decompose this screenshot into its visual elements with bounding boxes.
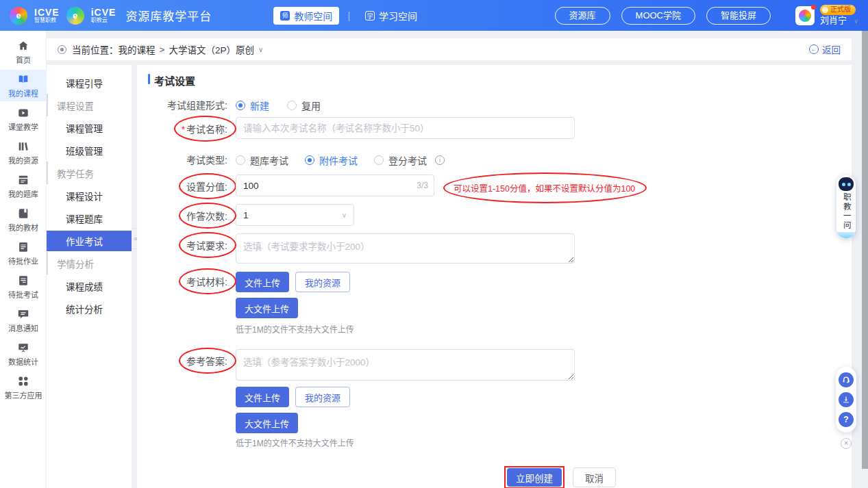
attempts-select[interactable]: 1 ∨ xyxy=(236,204,354,226)
sidebar-item-my-textbooks[interactable]: 我的教材 xyxy=(0,204,47,235)
radio-attachment-exam[interactable]: 附件考试 xyxy=(305,153,358,167)
menu-item-course-design[interactable]: 课程设计 xyxy=(47,184,132,207)
nav-divider: | xyxy=(347,10,350,21)
menu-item-course-guide[interactable]: 课程引导 xyxy=(47,71,132,94)
brand-area: e ICVE 智慧职教 e iCVE 职教云 资源库教学平台 xyxy=(10,7,212,25)
breadcrumb-current-course[interactable]: 大学语文（2P）原创 xyxy=(169,42,254,56)
sidebar-item-homework-to-grade[interactable]: 待批作业 xyxy=(0,237,47,269)
header-quick-links: 资源库 MOOC学院 智能投屏 xyxy=(555,7,771,25)
row-answer-uploads: 文件上传 我的资源 xyxy=(148,387,350,407)
menu-item-class-management[interactable]: 班级管理 xyxy=(47,139,132,162)
customer-service-icon[interactable] xyxy=(839,372,854,387)
radio-grade-entry-exam[interactable]: 登分考试 xyxy=(374,153,427,167)
row-materials-note: 低于1M的文件不支持大文件上传 xyxy=(148,323,354,335)
nav-study-space[interactable]: 学 学习空间 xyxy=(358,7,424,25)
icve-zhijiaoyun-logo-icon: e xyxy=(66,7,84,25)
exam-settings-panel: 考试设置 考试组建形式: 新建 复用 *考试名称: 考试类型: 题库考试 附件考… xyxy=(137,65,852,488)
materials-big-file-upload-button[interactable]: 大文件上传 xyxy=(236,298,298,318)
mooc-academy-button[interactable]: MOOC学院 xyxy=(621,7,695,25)
create-now-button[interactable]: 立即创建 xyxy=(507,468,562,487)
sidebar-item-my-question-bank[interactable]: 我的题库 xyxy=(0,170,47,202)
download-icon[interactable] xyxy=(839,392,854,407)
row-score: 设置分值: 3/3 可以设置1-150分值，如果不设置默认分值为100 xyxy=(148,175,635,196)
menu-item-course-question-bank[interactable]: 课程题库 xyxy=(47,207,132,229)
assistant-widget[interactable]: 职教一问 xyxy=(836,175,856,238)
sidebar-item-my-resources[interactable]: 我的资源 xyxy=(0,137,47,168)
course-chevron-down-icon[interactable]: ∨ xyxy=(258,46,263,53)
smart-casting-button[interactable]: 智能投屏 xyxy=(706,7,771,25)
nav-teacher-space[interactable]: 师 教师空间 xyxy=(273,7,339,25)
score-input[interactable] xyxy=(236,175,434,196)
back-arrow-icon: ← xyxy=(809,44,819,54)
page-scrollbar[interactable] xyxy=(862,31,868,488)
breadcrumb: 当前位置： 我的课程 > 大学语文（2P）原创 ∨ ← 返回 xyxy=(47,38,852,60)
books-icon xyxy=(17,140,29,153)
robot-icon xyxy=(839,177,854,191)
row-exam-type: 考试类型: 题库考试 附件考试 登分考试 i xyxy=(148,153,445,167)
requirements-textarea[interactable] xyxy=(236,233,575,264)
menu-item-course-grades[interactable]: 课程成绩 xyxy=(47,274,132,297)
radio-question-bank-exam[interactable]: 题库考试 xyxy=(236,153,288,167)
help-icon[interactable]: ? xyxy=(839,412,854,427)
answer-note: 低于1M的文件不支持大文件上传 xyxy=(236,437,354,448)
header-nav: 师 教师空间 | 学 学习空间 xyxy=(273,7,424,25)
notification-dot-icon xyxy=(811,5,816,10)
build-type-label: 考试组建形式: xyxy=(148,98,227,112)
sidebar-item-exams-to-grade[interactable]: 待批考试 xyxy=(0,271,47,303)
answer-big-file-upload-button[interactable]: 大文件上传 xyxy=(236,413,298,433)
sidebar-item-message-notifications[interactable]: 消息通知 xyxy=(0,305,47,336)
menu-item-course-management[interactable]: 课程管理 xyxy=(47,116,132,139)
row-materials-big-upload: 大文件上传 xyxy=(148,298,298,318)
sidebar-item-my-courses[interactable]: 我的课程 xyxy=(0,70,47,101)
study-space-icon: 学 xyxy=(365,11,375,21)
answer-file-upload-button[interactable]: 文件上传 xyxy=(236,387,289,407)
back-button[interactable]: ← 返回 xyxy=(809,42,841,56)
icve-zhihui-logo-text: ICVE 智慧职教 xyxy=(34,8,60,23)
exam-type-label: 考试类型: xyxy=(148,153,227,166)
question-bank-icon xyxy=(17,174,29,186)
chat-bubble-icon xyxy=(17,308,29,320)
sidebar-item-third-party-apps[interactable]: 第三方应用 xyxy=(0,372,47,403)
textbook-icon xyxy=(17,207,29,220)
form-footer: 立即创建 取消 xyxy=(504,466,616,488)
app-grid-icon xyxy=(17,375,29,387)
menu-section-course-settings: 课程设置 xyxy=(47,94,132,116)
materials-file-upload-button[interactable]: 文件上传 xyxy=(236,272,289,292)
char-counter: 3/3 xyxy=(417,181,428,190)
answer-textarea[interactable] xyxy=(236,349,575,381)
breadcrumb-separator: > xyxy=(160,44,165,55)
scrollbar-thumb[interactable] xyxy=(862,31,868,469)
required-mark: * xyxy=(182,124,185,135)
exam-doc-icon xyxy=(17,274,29,287)
radio-unselected-icon xyxy=(287,101,297,110)
resource-library-button[interactable]: 资源库 xyxy=(555,7,610,25)
top-header: e ICVE 智慧职教 e iCVE 职教云 资源库教学平台 师 教师空间 | … xyxy=(0,0,868,31)
sidebar-item-classroom-teaching[interactable]: 课堂教学 xyxy=(0,103,47,135)
menu-section-teaching-tasks: 教学任务 xyxy=(47,162,132,184)
select-chevron-down-icon: ∨ xyxy=(342,211,347,219)
row-attempts: 作答次数: 1 ∨ xyxy=(148,204,354,226)
user-name[interactable]: 刘肖宁 ∨ xyxy=(820,15,858,26)
answer-my-resources-button[interactable]: 我的资源 xyxy=(295,387,350,407)
cancel-button[interactable]: 取消 xyxy=(573,467,616,487)
avatar[interactable] xyxy=(795,6,815,25)
menu-item-statistical-analysis[interactable]: 统计分析 xyxy=(47,297,132,320)
menu-section-learning-analysis: 学情分析 xyxy=(47,252,132,274)
radio-reuse[interactable]: 复用 xyxy=(287,99,321,112)
main-sidebar: 首页 我的课程 课堂教学 我的资源 我的题库 我的教材 待批作业 待批考试 xyxy=(0,31,47,488)
answer-label-annotated: 参考答案: xyxy=(186,354,227,368)
sidebar-item-data-statistics[interactable]: 数据统计 xyxy=(0,338,47,370)
exam-name-input[interactable] xyxy=(236,117,575,139)
requirements-label-annotated: 考试要求: xyxy=(186,238,227,252)
radio-new[interactable]: 新建 xyxy=(236,99,269,112)
close-floating-bar-icon[interactable]: × xyxy=(841,438,852,449)
user-area[interactable]: 正式版 刘肖宁 ∨ xyxy=(795,5,858,26)
sidebar-item-home[interactable]: 首页 xyxy=(0,36,47,68)
breadcrumb-my-courses[interactable]: 我的课程 xyxy=(119,42,156,56)
score-label-annotated: 设置分值: xyxy=(186,179,227,193)
row-exam-name: *考试名称: xyxy=(148,117,575,139)
materials-my-resources-button[interactable]: 我的资源 xyxy=(295,272,350,292)
menu-item-homework-exams[interactable]: 作业考试 xyxy=(47,231,132,251)
info-icon[interactable]: i xyxy=(435,155,445,165)
create-button-annotation: 立即创建 xyxy=(504,466,565,488)
